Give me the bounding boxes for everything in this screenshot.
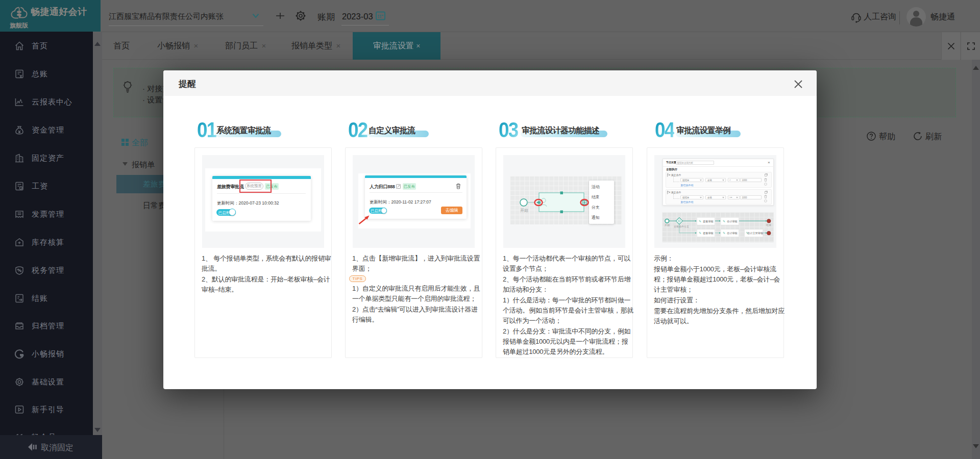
svg-text:✎: ✎ <box>723 232 725 235</box>
svg-text:金额条件分支: 金额条件分支 <box>674 224 689 228</box>
svg-text:会计审核: 会计审核 <box>727 232 738 235</box>
svg-text:✎: ✎ <box>699 232 701 235</box>
svg-text:会计主管审核: 会计主管审核 <box>747 232 764 235</box>
svg-text:✎: ✎ <box>746 232 749 235</box>
svg-text:开始: 开始 <box>665 223 670 227</box>
svg-text:✎: ✎ <box>723 219 725 222</box>
svg-text:老板审核: 老板审核 <box>702 219 714 222</box>
svg-text:开始: 开始 <box>520 208 528 213</box>
svg-text:结束: 结束 <box>766 223 771 226</box>
svg-text:会计审核: 会计审核 <box>727 219 738 222</box>
svg-text:✎: ✎ <box>699 219 701 222</box>
svg-text:老板审核: 老板审核 <box>702 232 714 235</box>
